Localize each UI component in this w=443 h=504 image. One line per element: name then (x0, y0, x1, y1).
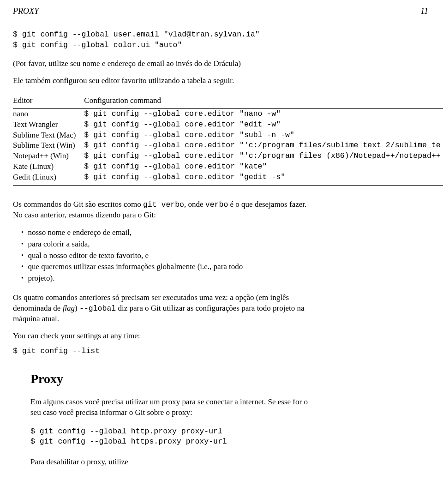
paragraph: Os commandos do Git são escritos como gi… (13, 199, 313, 221)
editor-name: Text Wrangler (13, 120, 84, 130)
table-row: Kate (Linux) $ git config --global core.… (13, 162, 443, 172)
running-head-right: 11 (420, 6, 428, 17)
running-head-left: PROXY (13, 6, 39, 17)
editor-name: Sublime Text (Mac) (13, 130, 84, 141)
list-item: nosso nome e endereço de email, (21, 227, 443, 239)
editor-command: $ git config --global core.editor "'c:/p… (84, 140, 443, 151)
editor-command: $ git config --global core.editor "subl … (84, 130, 443, 141)
list-item: que queremos utilizar essas informações … (21, 261, 443, 273)
code-block-proxy: $ git config --global http.proxy proxy-u… (30, 426, 315, 447)
section-title: Proxy (30, 370, 443, 388)
bullet-list: nosso nome e endereço de email, para col… (21, 227, 443, 284)
table-row: Sublime Text (Win) $ git config --global… (13, 140, 443, 151)
code-block-list: $ git config --list (13, 346, 443, 356)
editor-table-wrap: Editor Configuration command nano $ git … (13, 93, 443, 186)
table-row: Notepad++ (Win) $ git config --global co… (13, 151, 443, 162)
editor-name: nano (13, 109, 84, 120)
paragraph: Para desabilitar o proxy, utilize (30, 457, 315, 468)
table-row: Text Wrangler $ git config --global core… (13, 120, 443, 130)
table-row: Sublime Text (Mac) $ git config --global… (13, 130, 443, 141)
editor-command: $ git config --global core.editor "kate" (84, 162, 443, 172)
editor-command: $ git config --global core.editor "'c:/p… (84, 151, 443, 162)
code-block-config: $ git config --global user.email "vlad@t… (13, 30, 443, 50)
editor-name: Gedit (Linux) (13, 172, 84, 185)
running-head: PROXY 11 (13, 6, 443, 17)
table-header: Editor (13, 93, 84, 108)
editor-name: Sublime Text (Win) (13, 140, 84, 151)
list-item: projeto). (21, 273, 443, 284)
table-body: nano $ git config --global core.editor "… (13, 108, 443, 186)
table-row: Gedit (Linux) $ git config --global core… (13, 172, 443, 185)
list-item: para colorir a saída, (21, 239, 443, 250)
paragraph: Ele também configurou seu editor favorit… (13, 76, 308, 86)
table-header: Configuration command (84, 93, 443, 108)
editor-table: Editor Configuration command nano $ git … (13, 93, 443, 186)
editor-name: Notepad++ (Win) (13, 151, 84, 162)
section-proxy: Proxy Em alguns casos você precisa utili… (30, 370, 443, 468)
editor-command: $ git config --global core.editor "gedit… (84, 172, 443, 185)
editor-name: Kate (Linux) (13, 162, 84, 172)
paragraph: Em alguns casos você precisa utilizar um… (30, 397, 315, 418)
list-item: qual o nosso editor de texto favorito, e (21, 250, 443, 262)
paragraph: (Por favor, utilize seu nome e endereço … (13, 59, 308, 69)
paragraph: Os quatro comandos anteriores só precisa… (13, 293, 313, 324)
paragraph: You can check your settings at any time: (13, 331, 313, 342)
editor-command: $ git config --global core.editor "edit … (84, 120, 443, 130)
editor-command: $ git config --global core.editor "nano … (84, 109, 443, 120)
table-row: nano $ git config --global core.editor "… (13, 109, 443, 120)
